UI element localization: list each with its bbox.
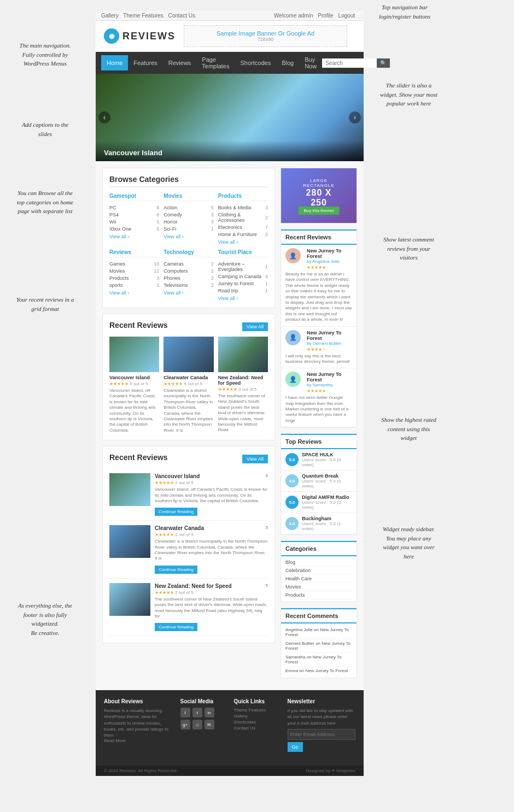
footer-contact-link[interactable]: Contact Us [234, 726, 279, 731]
sidebar-review-title-1: New Jurney To Forest [307, 248, 352, 259]
social-email-icon[interactable]: ✉ [205, 720, 214, 729]
gallery-link[interactable]: Gallery [101, 13, 119, 19]
social-facebook-icon[interactable]: f [180, 708, 190, 717]
slider-next-button[interactable]: › [349, 111, 361, 123]
review-list-image-1 [109, 473, 150, 506]
footer-shortcodes-link[interactable]: Shortcodes [234, 720, 279, 725]
site-logo[interactable]: ◉ REVIEWS [104, 28, 176, 44]
view-all-list-button[interactable]: View All [242, 455, 268, 463]
sidebar-recent-reviews-widget: Recent Reviews 👤 New Jurney To Forest by… [281, 229, 357, 428]
view-all-products[interactable]: View all › [218, 239, 268, 245]
view-all-tourist[interactable]: View all › [218, 296, 268, 301]
categories-widget: Categories Blog Celebration Health Care … [281, 540, 357, 602]
cat-reviews-table: Games10 Movies12 Products3 sports1 [109, 260, 159, 289]
top-review-title-3: Digital AM/FM Radio [302, 495, 352, 500]
comment-item-3: Samantha on New Jurney To Forest [285, 653, 352, 667]
view-all-technology[interactable]: View all › [163, 290, 213, 296]
social-google-icon[interactable]: g+ [180, 720, 190, 729]
cat-technology-table: Cameras2 Computers2 Phones2 Televisions2 [163, 260, 213, 289]
cat-products-link[interactable]: Products [285, 591, 352, 599]
view-all-reviews[interactable]: View all › [109, 290, 159, 296]
table-row: Clothing & Accessories2 [218, 211, 268, 223]
cat-blog-link[interactable]: Blog [285, 558, 352, 567]
social-linkedin-icon[interactable]: in [205, 708, 214, 717]
cat-col-gamespot: Gamespot PC8 PS46 Wii5 Xbox One5 View al… [109, 193, 159, 245]
table-row: Wii5 [109, 218, 159, 225]
review-list-text-3: The southwest corner of New Zealand's So… [155, 597, 268, 620]
footer-theme-features-link[interactable]: Theme Features [234, 708, 279, 713]
logout-link[interactable]: Logout [338, 13, 355, 19]
review-list-image-2 [109, 525, 150, 558]
ad-buy-button[interactable]: Buy this theme! [298, 207, 339, 215]
footer-bar: © 2016 Reviews. All Rights Reserved Desi… [96, 766, 364, 776]
callout-slider: The slider is also awidget. Show your mo… [361, 81, 457, 108]
view-all-gamespot[interactable]: View all › [109, 234, 159, 239]
welcome-admin-link[interactable]: Welcome admin [274, 13, 313, 19]
callout-captions: Add captions to theslides [3, 120, 87, 138]
recent-reviews-grid-section: Recent Reviews View All Vancouver Island… [102, 314, 275, 440]
logo-text: REVIEWS [122, 31, 176, 42]
review-card-stars-2: ★★★★★ 5 out of 5 [163, 381, 213, 386]
cat-col-tourist: Tourist Place Adventure – Everglades1 Ca… [218, 249, 268, 301]
cat-products-title: Products [218, 193, 268, 201]
cat-movies-link[interactable]: Movies [285, 583, 352, 591]
newsletter-email-input[interactable] [288, 729, 356, 740]
nav-search-form: 🔍 [322, 58, 390, 68]
sidebar-review-text-2: I will only say this is the best busines… [285, 354, 352, 365]
nav-features[interactable]: Features [128, 55, 162, 70]
table-row: Action5 [163, 204, 213, 211]
nav-blog[interactable]: Blog [276, 55, 299, 70]
top-review-meta-2: Users' score : 5.0 (0 votes) [302, 479, 352, 489]
table-row: Jurney to Forest1 [218, 280, 268, 287]
newsletter-submit-button[interactable]: Go [288, 742, 303, 752]
cat-movies-title: Movies [163, 193, 213, 201]
table-row: Computers2 [163, 267, 213, 274]
footer-newsletter-text: If you did like to stay updated with all… [288, 708, 356, 726]
cat-gamespot-table: PC8 PS46 Wii5 Xbox One5 [109, 204, 159, 232]
search-input[interactable] [322, 58, 377, 68]
review-card-stars-1: ★★★★★ 5 out of 5 [109, 381, 159, 386]
sidebar-review-stars-3: ★★★★★ [307, 389, 352, 393]
social-music-icon[interactable]: ♫ [192, 720, 202, 729]
nav-buy-now[interactable]: Buy Now [299, 52, 322, 74]
slider-caption: Vancouver Island [96, 140, 364, 161]
table-row: Cameras2 [163, 260, 213, 267]
table-row: Televisions2 [163, 281, 213, 289]
main-content-area: Browse Categories Gamespot PC8 PS46 Wii5… [96, 161, 364, 690]
callout-main-nav: The main navigation.Fully controlled byW… [3, 41, 87, 68]
continue-reading-3[interactable]: Continue Reading [155, 623, 197, 631]
view-all-grid-button[interactable]: View All [242, 322, 268, 331]
footer-gallery-link[interactable]: Gallery [234, 714, 279, 719]
slider-prev-button[interactable]: ‹ [98, 111, 110, 123]
nav-shortcodes[interactable]: Shortcodes [235, 55, 276, 70]
nav-home[interactable]: Home [101, 55, 128, 70]
table-row: Camping in Canada4 [218, 273, 268, 280]
continue-reading-1[interactable]: Continue Reading [155, 508, 197, 516]
theme-features-link[interactable]: Theme Features [123, 13, 163, 19]
cat-reviews-title: Reviews [109, 249, 159, 257]
review-list-stars-3: ★★★★★ 2 out of 5 [155, 590, 268, 595]
contact-us-link[interactable]: Contact Us [168, 13, 195, 19]
score-circle-3: 5.0 [285, 496, 299, 509]
footer-read-more-link[interactable]: Read More [104, 738, 172, 743]
table-row: sports1 [109, 281, 159, 289]
callout-footer: As everything else, thefooter is also fu… [3, 601, 87, 637]
cat-col-reviews: Reviews Games10 Movies12 Products3 sport… [109, 249, 159, 301]
continue-reading-2[interactable]: Continue Reading [155, 566, 197, 574]
top-review-title-2: Quantum Break [302, 473, 352, 479]
top-reviews-title: Top Reviews [281, 434, 357, 449]
profile-link[interactable]: Profile [318, 13, 333, 19]
view-all-movies[interactable]: View all › [163, 234, 213, 239]
cat-col-movies: Movies Action5 Comedy3 Horror3 Sci-Fi1 V… [163, 193, 213, 245]
cat-healthcare-link[interactable]: Health Care [285, 575, 352, 583]
cat-celebration-link[interactable]: Celebration [285, 567, 352, 575]
reviews-grid-header: Recent Reviews View All [109, 321, 268, 332]
top-review-title-4: Buckingham [302, 516, 352, 521]
table-row: Movies12 [109, 267, 159, 274]
footer-about-text: Reviews is a visually stunning WordPress… [104, 708, 172, 738]
search-button[interactable]: 🔍 [377, 58, 390, 68]
nav-page-templates[interactable]: Page Templates [196, 52, 235, 74]
sidebar-review-item-1: 👤 New Jurney To Forest by Angelina Jolie… [281, 245, 357, 327]
social-twitter-icon[interactable]: t [192, 708, 202, 717]
nav-reviews[interactable]: Reviews [163, 55, 197, 70]
